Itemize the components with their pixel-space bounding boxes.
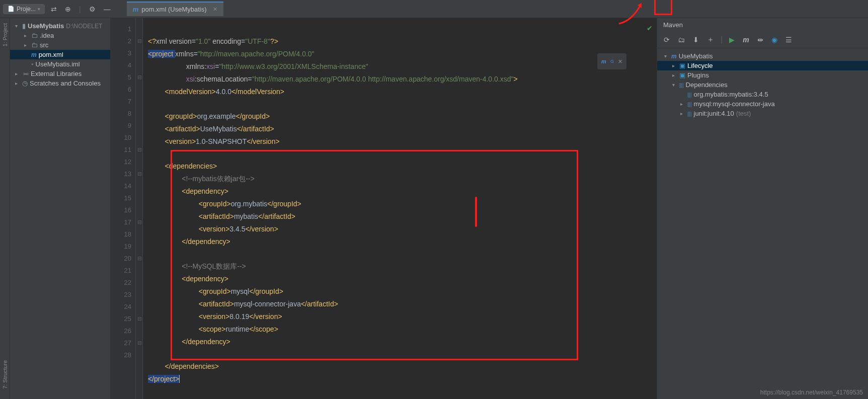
maven-title: Maven <box>657 18 868 32</box>
run-icon[interactable]: ▶ <box>728 34 736 45</box>
show-settings-icon[interactable]: ☰ <box>784 34 794 45</box>
download-icon[interactable]: ⬇ <box>691 34 700 45</box>
tree-idea[interactable]: ▸🗀.idea <box>10 31 110 40</box>
maven-tool-window: Maven ⟳ 🗂 ⬇ ＋ | ▶ m ⇹ ◉ ☰ ▾mUseMybatis ▸… <box>657 18 868 399</box>
maven-reload-hint[interactable]: mG ✕ <box>597 53 626 69</box>
tab-title: pom.xml (UseMybatis) <box>141 6 206 13</box>
project-selector[interactable]: Proje...▾ <box>3 4 45 14</box>
reload-icon[interactable]: ⟳ <box>662 34 671 45</box>
inspection-ok-icon: ✔ <box>647 22 653 34</box>
tree-src[interactable]: ▸🗀src <box>10 40 110 50</box>
editor-tabs: m pom.xml (UseMybatis) ✕ <box>127 2 223 16</box>
maven-dep-junit[interactable]: ▸|||junit:junit:4.10 (test) <box>657 109 868 118</box>
tree-root-name: UseMybatis <box>28 22 64 30</box>
add-icon[interactable]: ＋ <box>705 34 716 46</box>
tree-root-path: D:\NODELET <box>66 23 102 30</box>
maven-file-icon: m <box>133 6 139 13</box>
maven-root[interactable]: ▾mUseMybatis <box>657 51 868 61</box>
maven-plugins[interactable]: ▸▣Plugins <box>657 70 868 80</box>
maven-dep-mysql[interactable]: ▸|||mysql:mysql-connector-java <box>657 99 868 109</box>
watermark: https://blog.csdn.net/weixin_41769535 <box>760 389 863 396</box>
tree-root[interactable]: ▾▮ UseMybatis D:\NODELET <box>10 21 110 31</box>
structure-toolwindow-button[interactable]: 7: Structure <box>2 360 8 389</box>
fold-gutter: ⊟⊟ ⊟⊟⊟⊟ ⊟⊟ <box>136 18 143 399</box>
line-gutter: 1234567891011121314151617181920212223242… <box>111 18 136 399</box>
collapse-all-icon[interactable]: ◉ <box>770 34 779 45</box>
code-area[interactable]: <?xml version="1.0" encoding="UTF-8"?> <… <box>143 18 657 399</box>
divider-icon: | <box>77 3 83 15</box>
maven-dependencies[interactable]: ▾|||Dependencies <box>657 80 868 90</box>
maven-dep-mybatis[interactable]: |||org.mybatis:mybatis:3.4.5 <box>657 90 868 99</box>
maven-tree: ▾mUseMybatis ▸▣Lifecycle ▸▣Plugins ▾|||D… <box>657 48 868 121</box>
close-hint-icon[interactable]: ✕ <box>618 55 622 67</box>
collapse-icon[interactable]: ⊕ <box>63 3 73 15</box>
settings-icon[interactable]: ⚙ <box>87 3 98 15</box>
project-tree: ▾▮ UseMybatis D:\NODELET ▸🗀.idea ▸🗀src m… <box>10 18 111 399</box>
hide-icon[interactable]: — <box>102 3 113 15</box>
toggle-offline-icon[interactable]: ⇹ <box>756 34 765 45</box>
tab-pom-xml[interactable]: m pom.xml (UseMybatis) ✕ <box>127 2 223 16</box>
generate-sources-icon[interactable]: 🗂 <box>676 34 686 45</box>
tree-external[interactable]: ▸⫘External Libraries <box>10 69 110 78</box>
project-toolwindow-button[interactable]: 1: Project <box>2 23 8 46</box>
tree-scratches[interactable]: ▸◷Scratches and Consoles <box>10 78 110 88</box>
tree-pom[interactable]: mpom.xml <box>10 50 110 59</box>
editor: 1234567891011121314151617181920212223242… <box>111 18 657 399</box>
maven-toolbar: ⟳ 🗂 ⬇ ＋ | ▶ m ⇹ ◉ ☰ <box>657 32 868 48</box>
left-tool-strip: 1: Project 7: Structure <box>0 18 10 399</box>
maven-lifecycle[interactable]: ▸▣Lifecycle <box>657 61 868 70</box>
close-tab-icon[interactable]: ✕ <box>213 6 217 13</box>
expand-all-icon[interactable]: ⇄ <box>49 3 59 15</box>
maven-m-icon[interactable]: m <box>741 34 750 45</box>
top-toolbar: Proje...▾ ⇄ ⊕ | ⚙ — m pom.xml (UseMybati… <box>0 0 868 18</box>
tree-iml[interactable]: ▪UseMybatis.iml <box>10 59 110 69</box>
annotation-red-line <box>475 197 477 227</box>
